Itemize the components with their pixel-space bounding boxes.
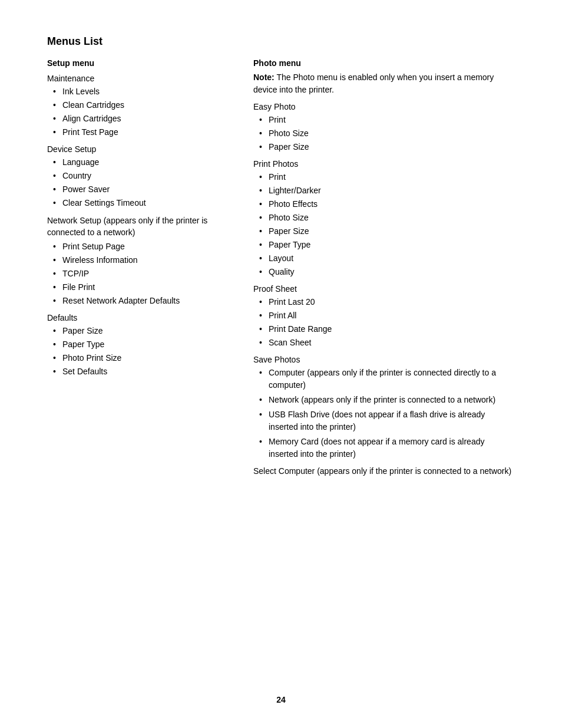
page: Menus List Setup menu Maintenance Ink Le… [0, 0, 562, 728]
note-bold-label: Note: [253, 73, 275, 82]
save-photos-list: Computer (appears only if the printer is… [258, 367, 515, 460]
columns-container: Setup menu Maintenance Ink Levels Clean … [47, 58, 515, 477]
list-item: Lighter/Darker [258, 185, 515, 197]
list-item: Set Defaults [52, 365, 230, 378]
defaults-label: Defaults [47, 313, 230, 322]
proof-sheet-label: Proof Sheet [253, 284, 515, 294]
print-photos-label: Print Photos [253, 159, 515, 169]
photo-menu-note: Note: The Photo menu is enabled only whe… [253, 71, 515, 96]
device-setup-label: Device Setup [47, 144, 230, 154]
page-title: Menus List [47, 35, 515, 48]
list-item: Reset Network Adapter Defaults [52, 295, 230, 307]
list-item: Ink Levels [52, 85, 230, 98]
list-item: Quality [258, 266, 515, 278]
list-item: Clean Cartridges [52, 99, 230, 111]
list-item: Language [52, 156, 230, 169]
list-item: Country [52, 170, 230, 182]
defaults-list: Paper Size Paper Type Photo Print Size S… [52, 325, 230, 378]
list-item: Print All [258, 309, 515, 322]
network-setup-list: Print Setup Page Wireless Information TC… [52, 241, 230, 307]
list-item: Photo Size [258, 127, 515, 140]
list-item: Scan Sheet [258, 337, 515, 349]
easy-photo-label: Easy Photo [253, 102, 515, 111]
list-item: Paper Size [258, 141, 515, 153]
proof-sheet-list: Print Last 20 Print All Print Date Range… [258, 296, 515, 349]
list-item: Clear Settings Timeout [52, 197, 230, 209]
list-item: Paper Type [258, 239, 515, 251]
network-setup-label: Network Setup (appears only if the print… [47, 215, 230, 238]
list-item: Paper Size [52, 325, 230, 337]
list-item: USB Flash Drive (does not appear if a fl… [258, 409, 515, 433]
device-setup-list: Language Country Power Saver Clear Setti… [52, 156, 230, 209]
note-rest-text: The Photo menu is enabled only when you … [253, 73, 494, 94]
list-item: Photo Size [258, 212, 515, 224]
list-item: Align Cartridges [52, 113, 230, 125]
list-item: Memory Card (does not appear if a memory… [258, 436, 515, 460]
list-item: Print Setup Page [52, 241, 230, 253]
page-number: 24 [276, 695, 286, 704]
list-item: TCP/IP [52, 268, 230, 280]
list-item: Network (appears only if the printer is … [258, 394, 515, 406]
print-photos-list: Print Lighter/Darker Photo Effects Photo… [258, 171, 515, 278]
save-photos-label: Save Photos [253, 355, 515, 364]
list-item: Print Test Page [52, 126, 230, 139]
maintenance-label: Maintenance [47, 74, 230, 83]
list-item: Photo Effects [258, 198, 515, 210]
select-computer-note: Select Computer (appears only if the pri… [253, 465, 515, 477]
list-item: Print Last 20 [258, 296, 515, 308]
list-item: Paper Type [52, 338, 230, 351]
list-item: Computer (appears only if the printer is… [258, 367, 515, 391]
list-item: File Print [52, 281, 230, 294]
list-item: Layout [258, 252, 515, 265]
easy-photo-list: Print Photo Size Paper Size [258, 114, 515, 153]
list-item: Power Saver [52, 183, 230, 196]
list-item: Paper Size [258, 225, 515, 238]
maintenance-list: Ink Levels Clean Cartridges Align Cartri… [52, 85, 230, 139]
list-item: Photo Print Size [52, 352, 230, 364]
list-item: Print Date Range [258, 323, 515, 335]
list-item: Print [258, 114, 515, 126]
photo-menu-column: Photo menu Note: The Photo menu is enabl… [253, 58, 515, 477]
setup-menu-column: Setup menu Maintenance Ink Levels Clean … [47, 58, 230, 379]
photo-menu-heading: Photo menu [253, 58, 515, 68]
list-item: Wireless Information [52, 254, 230, 266]
list-item: Print [258, 171, 515, 183]
setup-menu-heading: Setup menu [47, 58, 230, 68]
